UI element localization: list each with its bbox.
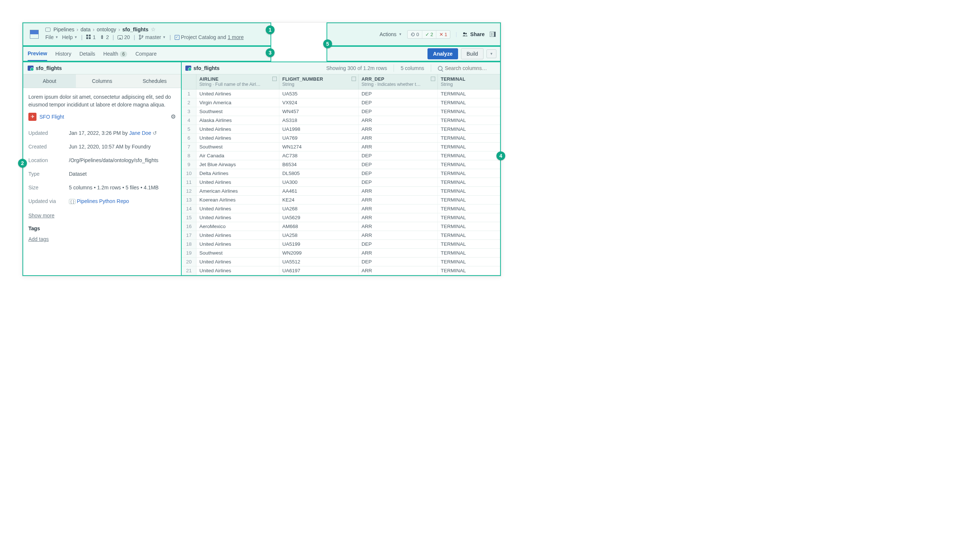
svg-point-0	[139, 35, 141, 36]
row-number: 12	[182, 187, 196, 195]
cell-airline: AeroMexico	[196, 222, 279, 231]
table-row[interactable]: 21United AirlinesUA6197ARRTERMINAL	[182, 266, 500, 275]
tabs-bar: Preview History Details Health6 Compare …	[22, 46, 501, 62]
col-header-flight[interactable]: FLIGHT_NUMBER String	[279, 74, 359, 89]
crumb-root[interactable]: Pipelines	[53, 26, 75, 33]
col-menu-icon[interactable]	[352, 77, 356, 81]
table-row[interactable]: 13Koerean AirlinesKE24ARRTERMINAL	[182, 195, 500, 205]
sidebar-body: Lorem ipsum dolor sit amet, consectetur …	[23, 88, 181, 248]
menu-grid[interactable]: 1	[86, 34, 96, 40]
table-row[interactable]: 12American AirlinesAA461ARRTERMINAL	[182, 187, 500, 195]
star-icon[interactable]: ☆	[151, 26, 155, 33]
search-input[interactable]	[445, 65, 497, 71]
tab-history[interactable]: History	[55, 47, 71, 60]
table-row[interactable]: 5United AirlinesUA1998ARRTERMINAL	[182, 125, 500, 134]
build-button[interactable]: Build	[461, 48, 484, 59]
crumb-seg-0[interactable]: data	[81, 26, 91, 33]
sidebar-tab-about[interactable]: About	[23, 74, 76, 88]
build-dropdown[interactable]: ▼	[486, 50, 497, 58]
cell-flight: WN1274	[279, 143, 359, 151]
col-menu-icon[interactable]	[431, 77, 435, 81]
table-row[interactable]: 7SouthwestWN1274ARRTERMINAL	[182, 143, 500, 151]
table-row[interactable]: 16AeroMexicoAM668ARRTERMINAL	[182, 222, 500, 231]
table-row[interactable]: 3SouthwestWN457DEPTERMINAL	[182, 107, 500, 116]
repo-link[interactable]: Pipelines Python Repo	[77, 198, 129, 204]
tab-health[interactable]: Health6	[103, 47, 127, 61]
chip-success[interactable]: ✓ 2	[422, 31, 436, 38]
show-more-link[interactable]: Show more	[28, 213, 54, 219]
tab-details[interactable]: Details	[79, 47, 95, 60]
actions-dropdown[interactable]: Actions▼	[380, 31, 402, 37]
table-row[interactable]: 14United AirlinesUA268ARRTERMINAL	[182, 205, 500, 213]
table-row[interactable]: 6United AirlinesUA769ARRTERMINAL	[182, 134, 500, 143]
tab-compare[interactable]: Compare	[135, 47, 157, 60]
table-row[interactable]: 11United AirlinesUA300DEPTERMINAL	[182, 178, 500, 187]
menu-file[interactable]: File▼	[45, 34, 58, 40]
col-header-terminal[interactable]: TERMINAL String	[438, 74, 500, 89]
table-row[interactable]: 2Virgin AmericaVX924DEPTERMINAL	[182, 98, 500, 107]
gear-icon[interactable]: ⚙	[171, 112, 176, 121]
table-row[interactable]: 8Air CanadaAC738DEPTERMINAL	[182, 151, 500, 160]
sidebar-tab-columns[interactable]: Columns	[76, 74, 129, 88]
grid-title: sfo_flights	[185, 65, 220, 71]
dataset-app-icon	[30, 30, 38, 38]
app-icon-box[interactable]	[27, 27, 42, 42]
cell-flight: KE24	[279, 195, 359, 204]
row-number: 8	[182, 151, 196, 160]
cell-flight: B6534	[279, 160, 359, 169]
table-row[interactable]: 1United AirlinesUA535DEPTERMINAL	[182, 90, 500, 98]
user-link[interactable]: Jane Doe	[129, 130, 151, 136]
table-row[interactable]: 17United AirlinesUA258ARRTERMINAL	[182, 231, 500, 240]
menu-data[interactable]: 2	[99, 34, 109, 40]
cell-arrdep: ARR	[359, 249, 438, 257]
cell-arrdep: DEP	[359, 98, 438, 107]
cell-flight: DL5805	[279, 169, 359, 178]
add-tags-link[interactable]: Add tags	[28, 236, 49, 242]
cell-terminal: TERMINAL	[438, 151, 500, 160]
cell-arrdep: ARR	[359, 266, 438, 275]
cell-airline: United Airlines	[196, 90, 279, 98]
meta-val-updated: Jan 17, 2022, 3:26 PM by Jane Doe ↺	[69, 126, 176, 140]
menu-catalog[interactable]: ✓ Project Catalog and 1 more	[175, 34, 244, 40]
menu-branch[interactable]: master▼	[138, 34, 166, 40]
menu-comments[interactable]: 20	[118, 34, 130, 40]
table-row[interactable]: 18United AirlinesUA5199DEPTERMINAL	[182, 240, 500, 249]
table-row[interactable]: 4Alaska AirlinesAS318ARRTERMINAL	[182, 116, 500, 125]
tags-heading: Tags	[28, 220, 176, 236]
entity-link[interactable]: SFO Flight	[39, 113, 64, 121]
meta-key-type: Type	[28, 167, 69, 181]
callout-5: 5	[323, 39, 332, 48]
table-row[interactable]: 20United AirlinesUA5512DEPTERMINAL	[182, 258, 500, 266]
crumb-seg-1[interactable]: ontology	[96, 26, 116, 33]
row-number: 15	[182, 213, 196, 222]
col-menu-icon[interactable]	[272, 77, 277, 81]
chip-refresh[interactable]: 0	[408, 31, 422, 38]
tab-preview[interactable]: Preview	[28, 47, 47, 61]
svg-point-1	[139, 38, 141, 40]
panel-toggle-icon[interactable]	[490, 32, 496, 37]
analyze-button[interactable]: Analyze	[427, 48, 458, 59]
cell-airline: Koerean Airlines	[196, 195, 279, 204]
sidebar-tab-schedules[interactable]: Schedules	[128, 74, 181, 88]
column-search[interactable]	[438, 65, 497, 71]
cell-flight: UA268	[279, 205, 359, 213]
cell-terminal: TERMINAL	[438, 160, 500, 169]
menu-help[interactable]: Help▼	[62, 34, 78, 40]
table-row[interactable]: 19SouthwestWN2099ARRTERMINAL	[182, 249, 500, 258]
table-row[interactable]: 10Delta AirlinesDL5805DEPTERMINAL	[182, 169, 500, 178]
cell-airline: United Airlines	[196, 125, 279, 133]
col-header-arrdep[interactable]: ARR_DEP String · Indicates whether t…	[359, 74, 438, 89]
people-icon	[462, 32, 468, 36]
cell-arrdep: ARR	[359, 187, 438, 195]
table-row[interactable]: 9Jet Blue AirwaysB6534DEPTERMINAL	[182, 160, 500, 169]
table-row[interactable]: 15United AirlinesUA5629ARRTERMINAL	[182, 213, 500, 222]
cell-arrdep: ARR	[359, 213, 438, 222]
cell-arrdep: ARR	[359, 134, 438, 142]
chip-error[interactable]: ✕ 1	[436, 31, 450, 38]
cell-terminal: TERMINAL	[438, 187, 500, 195]
col-header-airline[interactable]: AIRLINE String · Full name of the Airl…	[196, 74, 279, 89]
cell-airline: Air Canada	[196, 151, 279, 160]
share-button[interactable]: Share	[462, 31, 484, 37]
cell-flight: UA5629	[279, 213, 359, 222]
history-icon[interactable]: ↺	[152, 130, 157, 136]
